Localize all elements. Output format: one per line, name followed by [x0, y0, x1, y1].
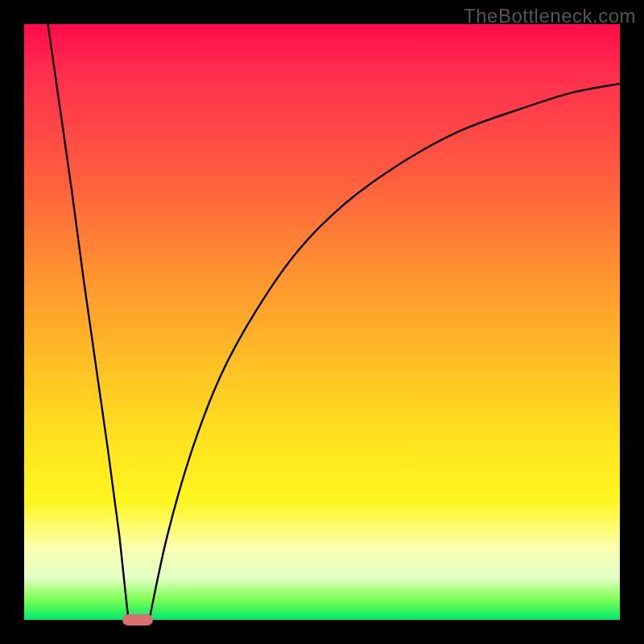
plot-area	[24, 24, 620, 620]
chart-frame: TheBottleneck.com	[0, 0, 644, 644]
optimal-point-marker	[122, 614, 153, 625]
bottleneck-curve	[24, 24, 620, 620]
watermark-text: TheBottleneck.com	[464, 5, 636, 27]
